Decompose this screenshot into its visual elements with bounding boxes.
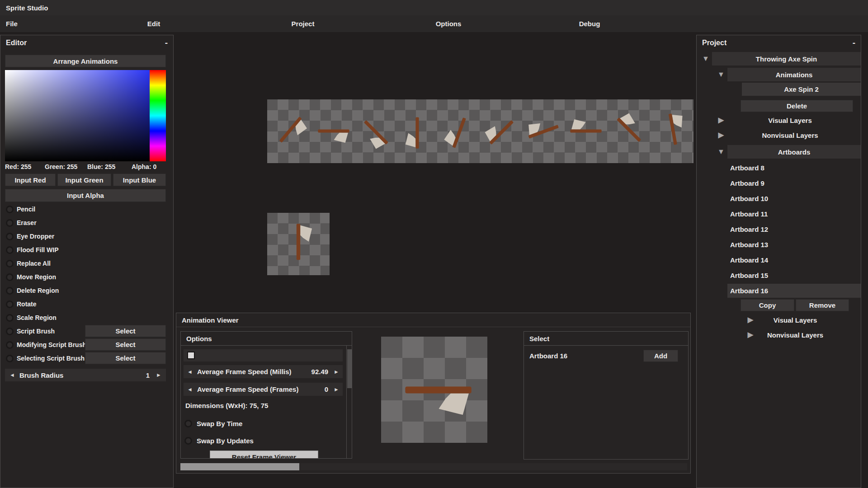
scrollbar-thumb[interactable] bbox=[347, 349, 352, 388]
swap-by-updates-option[interactable]: Swap By Updates bbox=[184, 435, 254, 446]
tool-label: Selecting Script Brush bbox=[17, 355, 85, 362]
menu-debug[interactable]: Debug bbox=[579, 15, 600, 32]
tool-radio-icon[interactable] bbox=[6, 219, 14, 227]
select-selecting-script-brush-button[interactable]: Select bbox=[85, 352, 166, 364]
collapsed-expander-icon[interactable]: ▶ bbox=[716, 113, 726, 127]
animations-node[interactable]: Animations bbox=[727, 68, 861, 81]
checkbox[interactable] bbox=[187, 352, 195, 359]
animation-item[interactable]: Axe Spin 2 bbox=[742, 83, 861, 96]
sprite-frame[interactable] bbox=[524, 111, 566, 151]
artboard-item[interactable]: Artboard 8 bbox=[727, 161, 861, 175]
tool-flood-fill-wip[interactable]: Flood Fill WIP bbox=[0, 243, 174, 257]
animation-viewer-panel: Animation Viewer Options ◄ Average Frame… bbox=[176, 313, 691, 474]
menu-project[interactable]: Project bbox=[292, 15, 315, 32]
project-panel-title: Project bbox=[702, 39, 726, 47]
project-root-node[interactable]: Throwing Axe Spin bbox=[712, 52, 861, 66]
menu-file[interactable]: File bbox=[6, 15, 18, 32]
arrange-animations-button[interactable]: Arrange Animations bbox=[5, 55, 166, 67]
artboard-canvas[interactable] bbox=[267, 213, 330, 275]
expander-icon[interactable]: ▼ bbox=[700, 52, 711, 66]
input-alpha-button[interactable]: Input Alpha bbox=[5, 189, 166, 202]
tool-radio-icon[interactable] bbox=[6, 300, 14, 308]
tool-rotate[interactable]: Rotate bbox=[0, 297, 174, 311]
sprite-frame[interactable] bbox=[311, 111, 353, 151]
artboard-item[interactable]: Artboard 13 bbox=[727, 238, 861, 252]
add-button[interactable]: Add bbox=[643, 350, 678, 362]
expander-icon[interactable]: ▼ bbox=[716, 68, 726, 81]
menu-options[interactable]: Options bbox=[436, 15, 462, 32]
increment-icon[interactable]: ► bbox=[334, 369, 339, 375]
visual-layers-node[interactable]: Visual Layers bbox=[750, 314, 840, 326]
visual-layers-node[interactable]: Visual Layers bbox=[727, 114, 853, 127]
input-green-button[interactable]: Input Green bbox=[57, 174, 111, 186]
hue-bar[interactable] bbox=[150, 70, 166, 161]
artboards-node[interactable]: Artboards bbox=[727, 145, 861, 159]
increment-icon[interactable]: ► bbox=[156, 372, 161, 378]
remove-button[interactable]: Remove bbox=[796, 299, 849, 311]
tool-radio-icon[interactable] bbox=[6, 328, 14, 335]
increment-icon[interactable]: ► bbox=[334, 386, 339, 393]
sprite-frame[interactable] bbox=[354, 111, 396, 151]
options-title: Options bbox=[186, 335, 212, 343]
artboard-item[interactable]: Artboard 11 bbox=[727, 207, 861, 221]
reset-frame-viewer-button[interactable]: Reset Frame Viewer bbox=[210, 450, 318, 458]
tool-radio-icon[interactable] bbox=[6, 355, 14, 362]
sprite-sheet-strip[interactable] bbox=[267, 99, 693, 163]
animation-preview[interactable] bbox=[381, 337, 487, 443]
sprite-frame[interactable] bbox=[609, 111, 651, 151]
artboard-item[interactable]: Artboard 10 bbox=[727, 192, 861, 206]
tool-scale-region[interactable]: Scale Region bbox=[0, 311, 174, 324]
tool-radio-icon[interactable] bbox=[6, 206, 14, 213]
tool-selecting-script-brush[interactable]: Selecting Script BrushSelect bbox=[0, 352, 174, 365]
tool-script-brush[interactable]: Script BrushSelect bbox=[0, 324, 174, 338]
tool-eye-dropper[interactable]: Eye Dropper bbox=[0, 230, 174, 243]
expander-icon[interactable]: ▼ bbox=[716, 145, 726, 159]
input-blue-button[interactable]: Input Blue bbox=[113, 174, 166, 186]
decrement-icon[interactable]: ◄ bbox=[187, 386, 193, 393]
artboard-item[interactable]: Artboard 15 bbox=[727, 268, 861, 282]
swap-by-time-option[interactable]: Swap By Time bbox=[184, 418, 242, 429]
menu-edit[interactable]: Edit bbox=[147, 15, 160, 32]
artboard-item[interactable]: Artboard 14 bbox=[727, 253, 861, 267]
select-modifying-script-brush-button[interactable]: Select bbox=[85, 338, 166, 351]
tool-radio-icon[interactable] bbox=[6, 233, 14, 240]
collapse-icon[interactable]: - bbox=[165, 38, 168, 47]
tool-pencil[interactable]: Pencil bbox=[0, 202, 174, 216]
collapsed-expander-icon[interactable]: ▶ bbox=[716, 128, 726, 142]
decrement-icon[interactable]: ◄ bbox=[187, 369, 193, 375]
horizontal-scrollbar[interactable] bbox=[180, 463, 687, 470]
tool-eraser[interactable]: Eraser bbox=[0, 216, 174, 230]
sprite-frame[interactable] bbox=[566, 111, 609, 151]
decrement-icon[interactable]: ◄ bbox=[9, 372, 15, 378]
sprite-frame[interactable] bbox=[396, 111, 439, 151]
artboard-item[interactable]: Artboard 16 bbox=[727, 284, 861, 298]
tool-radio-icon[interactable] bbox=[6, 273, 14, 281]
options-scrollbar[interactable] bbox=[346, 346, 352, 458]
tool-radio-icon[interactable] bbox=[6, 341, 14, 349]
tool-move-region[interactable]: Move Region bbox=[0, 270, 174, 284]
scrollbar-thumb[interactable] bbox=[180, 463, 299, 470]
tool-radio-icon[interactable] bbox=[6, 287, 14, 295]
radio-icon[interactable] bbox=[184, 437, 192, 445]
nonvisual-layers-node[interactable]: Nonvisual Layers bbox=[727, 129, 853, 141]
sprite-frame[interactable] bbox=[481, 111, 524, 151]
tool-radio-icon[interactable] bbox=[6, 260, 14, 267]
nonvisual-layers-node[interactable]: Nonvisual Layers bbox=[750, 328, 840, 341]
sprite-frame[interactable] bbox=[652, 111, 694, 151]
collapse-icon[interactable]: - bbox=[853, 38, 855, 47]
saturation-value-square[interactable] bbox=[5, 70, 150, 161]
radio-icon[interactable] bbox=[184, 420, 192, 427]
artboard-item[interactable]: Artboard 12 bbox=[727, 222, 861, 236]
artboard-item[interactable]: Artboard 9 bbox=[727, 176, 861, 190]
tool-modifying-script-brush[interactable]: Modifying Script BrushSelect bbox=[0, 338, 174, 352]
sprite-frame[interactable] bbox=[439, 111, 481, 151]
copy-button[interactable]: Copy bbox=[741, 299, 794, 311]
sprite-frame[interactable] bbox=[268, 111, 311, 151]
input-red-button[interactable]: Input Red bbox=[5, 174, 56, 186]
tool-replace-all[interactable]: Replace All bbox=[0, 257, 174, 270]
tool-radio-icon[interactable] bbox=[6, 314, 14, 322]
delete-button[interactable]: Delete bbox=[741, 100, 853, 112]
tool-radio-icon[interactable] bbox=[6, 246, 14, 254]
select-script-brush-button[interactable]: Select bbox=[85, 325, 166, 337]
tool-delete-region[interactable]: Delete Region bbox=[0, 284, 174, 297]
